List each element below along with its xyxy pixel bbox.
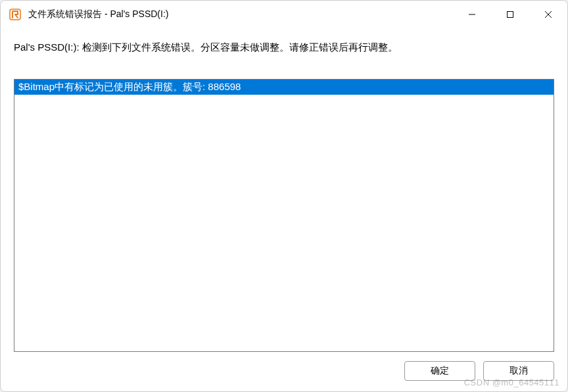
minimize-button[interactable]	[453, 1, 491, 28]
error-message: Pal's PSSD(I:): 检测到下列文件系统错误。分区容量未做调整。请修正…	[14, 40, 554, 55]
dialog-content: Pal's PSSD(I:): 检测到下列文件系统错误。分区容量未做调整。请修正…	[1, 28, 567, 391]
window-controls	[453, 1, 567, 28]
ok-button[interactable]: 确定	[404, 361, 475, 381]
maximize-button[interactable]	[491, 1, 529, 28]
svg-rect-2	[508, 12, 513, 18]
dialog-window: 文件系统错误报告 - Pal's PSSD(I:) Pal's PSSD(I:)…	[0, 0, 568, 392]
error-list[interactable]: $Bitmap中有标记为已使用的未用簇。簇号: 886598	[14, 79, 554, 353]
button-row: 确定 取消	[14, 352, 554, 381]
list-item[interactable]: $Bitmap中有标记为已使用的未用簇。簇号: 886598	[14, 80, 554, 95]
close-button[interactable]	[529, 1, 567, 28]
cancel-button[interactable]: 取消	[483, 361, 554, 381]
titlebar: 文件系统错误报告 - Pal's PSSD(I:)	[1, 1, 567, 28]
app-icon	[9, 8, 22, 21]
window-title: 文件系统错误报告 - Pal's PSSD(I:)	[28, 9, 453, 20]
